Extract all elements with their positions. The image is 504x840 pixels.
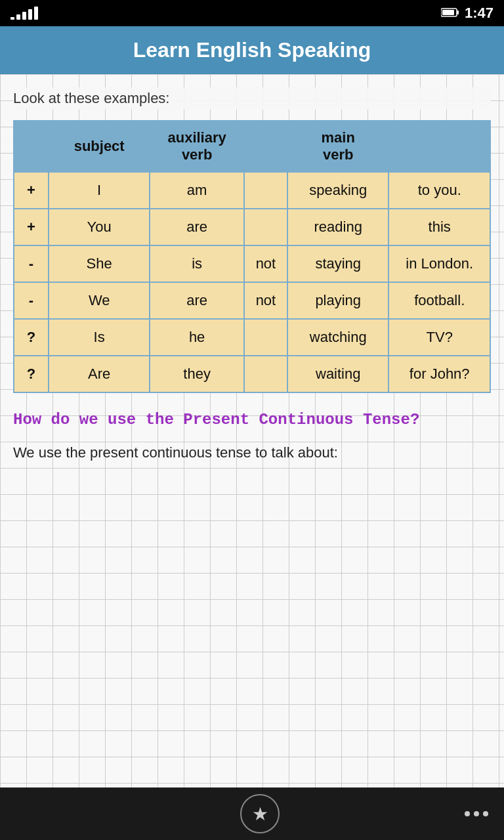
cell-main: speaking — [287, 172, 388, 209]
cell-aux: am — [150, 172, 243, 209]
cell-end: TV? — [388, 319, 490, 356]
cell-aux: are — [150, 209, 243, 245]
intro-text: Look at these examples: — [13, 87, 491, 110]
signal-bar-4 — [28, 9, 32, 20]
cell-main: reading — [287, 209, 388, 245]
table-row: -Wearenotplayingfootball. — [14, 282, 490, 319]
dot-1 — [465, 811, 470, 816]
cell-end: football. — [388, 282, 490, 319]
signal-bar-5 — [34, 7, 38, 20]
cell-neg — [244, 209, 287, 245]
signal-bar-3 — [22, 12, 26, 20]
signal-bar-1 — [10, 17, 14, 20]
cell-end: this — [388, 209, 490, 245]
cell-main: watching — [287, 319, 388, 356]
cell-end: in London. — [388, 245, 490, 282]
dot-2 — [474, 811, 479, 816]
star-button[interactable]: ★ — [240, 794, 280, 833]
signal-indicator — [10, 7, 38, 20]
cell-aux: they — [150, 356, 243, 392]
section-question: How do we use the Present Continuous Ten… — [13, 409, 491, 431]
battery-icon — [441, 6, 459, 21]
cell-subject: I — [49, 172, 150, 209]
cell-aux: is — [150, 245, 243, 282]
cell-neg: not — [244, 282, 287, 319]
table-header-aux: auxiliaryverb — [150, 121, 243, 172]
dot-3 — [483, 811, 488, 816]
cell-aux: he — [150, 319, 243, 356]
svg-rect-2 — [442, 10, 454, 15]
app-title: Learn English Speaking — [13, 38, 491, 62]
cell-neg — [244, 172, 287, 209]
cell-main: staying — [287, 245, 388, 282]
cell-sign: ? — [14, 319, 49, 356]
cell-neg: not — [244, 245, 287, 282]
cell-subject: You — [49, 209, 150, 245]
cell-aux: are — [150, 282, 243, 319]
table-row: -Sheisnotstayingin London. — [14, 245, 490, 282]
time-display: 1:47 — [465, 5, 494, 22]
cell-neg — [244, 319, 287, 356]
main-content: Look at these examples: subject auxiliar… — [0, 74, 504, 788]
more-menu[interactable] — [465, 811, 488, 816]
cell-sign: - — [14, 245, 49, 282]
table-header-main: mainverb — [287, 121, 388, 172]
star-icon: ★ — [252, 803, 268, 825]
cell-main: playing — [287, 282, 388, 319]
table-header-end — [388, 121, 490, 172]
cell-sign: ? — [14, 356, 49, 392]
status-bar: 1:47 — [0, 0, 504, 26]
cell-subject: Are — [49, 356, 150, 392]
section-body: We use the present continuous tense to t… — [13, 442, 491, 463]
cell-subject: She — [49, 245, 150, 282]
status-right: 1:47 — [441, 5, 494, 22]
table-row: +Youarereadingthis — [14, 209, 490, 245]
cell-sign: + — [14, 172, 49, 209]
table-row: +Iamspeakingto you. — [14, 172, 490, 209]
cell-sign: + — [14, 209, 49, 245]
app-header: Learn English Speaking — [0, 26, 504, 74]
cell-subject: Is — [49, 319, 150, 356]
cell-neg — [244, 356, 287, 392]
cell-sign: - — [14, 282, 49, 319]
cell-end: for John? — [388, 356, 490, 392]
table-header-neg — [244, 121, 287, 172]
svg-rect-1 — [457, 10, 459, 14]
cell-main: waiting — [287, 356, 388, 392]
table-row: ?IshewatchingTV? — [14, 319, 490, 356]
cell-end: to you. — [388, 172, 490, 209]
grammar-table: subject auxiliaryverb mainverb +Iamspeak… — [13, 120, 491, 393]
bottom-bar: ★ — [0, 788, 504, 840]
table-header-sign — [14, 121, 49, 172]
table-row: ?Aretheywaitingfor John? — [14, 356, 490, 392]
table-header-subject: subject — [49, 121, 150, 172]
signal-bar-2 — [16, 14, 20, 20]
cell-subject: We — [49, 282, 150, 319]
